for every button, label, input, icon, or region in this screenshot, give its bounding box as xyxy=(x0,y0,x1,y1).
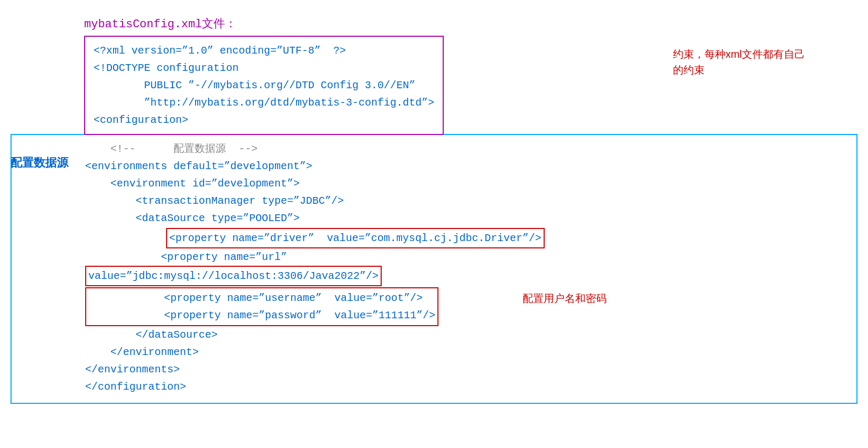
property-url-value-box: value=”jdbc:mysql://localhost:3306/Java2… xyxy=(85,266,382,286)
blue-box: <!-- 配置数据源 --> <environments default=”de… xyxy=(11,134,857,404)
property-driver-box: <property name=”driver” value=”com.mysql… xyxy=(166,228,545,248)
constraint-annotation: 约束，每种xml文件都有自己的约束 xyxy=(673,46,805,78)
purple-box: <?xml version=”1.0” encoding=”UTF-8” ?> … xyxy=(84,36,444,135)
close-configuration: </configuration> xyxy=(85,378,848,395)
datasource-row: <dataSource type=”POOLED”> 数据库驱动 xyxy=(85,210,848,227)
dtd-url-line: ”http://mybatis.org/dtd/mybatis-3-config… xyxy=(94,94,434,111)
public-line: PUBLIC ”-//mybatis.org//DTD Config 3.0//… xyxy=(94,77,434,94)
property-url-label-line: <property name=”url” xyxy=(85,248,848,266)
blue-section-wrapper: 配置数据源 <!-- 配置数据源 --> <environments defau… xyxy=(11,134,857,404)
doctype-line: <!DOCTYPE configuration xyxy=(94,59,434,77)
file-label: mybatisConfig.xml文件： xyxy=(84,16,857,32)
property-driver-row: <property name=”driver” value=”com.mysql… xyxy=(85,228,848,248)
transaction-line: <transactionManager type=”JDBC”/> xyxy=(85,192,848,210)
close-environments: </environments> xyxy=(85,361,848,378)
left-datasource-label: 配置数据源 xyxy=(11,155,68,171)
username-password-box: <property name=”username” value=”root”/>… xyxy=(85,287,438,326)
configuration-open: <configuration> xyxy=(94,111,434,129)
property-password-line: <property name=”password” value=”111111”… xyxy=(88,307,435,324)
property-url-value-row: value=”jdbc:mysql://localhost:3306/Java2… xyxy=(85,266,848,286)
environment-line: <environment id=”development”> xyxy=(85,175,848,192)
user-password-annotation: 配置用户名和密码 xyxy=(523,291,607,306)
environments-line: <environments default=”development”> xyxy=(85,158,848,175)
close-environment: </environment> xyxy=(85,343,848,361)
xml-declaration: <?xml version=”1.0” encoding=”UTF-8” ?> xyxy=(94,42,434,59)
purple-section: <?xml version=”1.0” encoding=”UTF-8” ?> … xyxy=(11,36,857,135)
comment-line: <!-- 配置数据源 --> xyxy=(85,140,848,158)
property-driver-indent xyxy=(85,232,161,244)
page-container: mybatisConfig.xml文件： <?xml version=”1.0”… xyxy=(11,16,857,404)
close-datasource: </dataSource> xyxy=(85,326,848,343)
username-password-section: <property name=”username” value=”root”/>… xyxy=(85,287,438,326)
datasource-line: <dataSource type=”POOLED”> xyxy=(85,210,300,227)
property-username-line: <property name=”username” value=”root”/> xyxy=(88,289,435,307)
